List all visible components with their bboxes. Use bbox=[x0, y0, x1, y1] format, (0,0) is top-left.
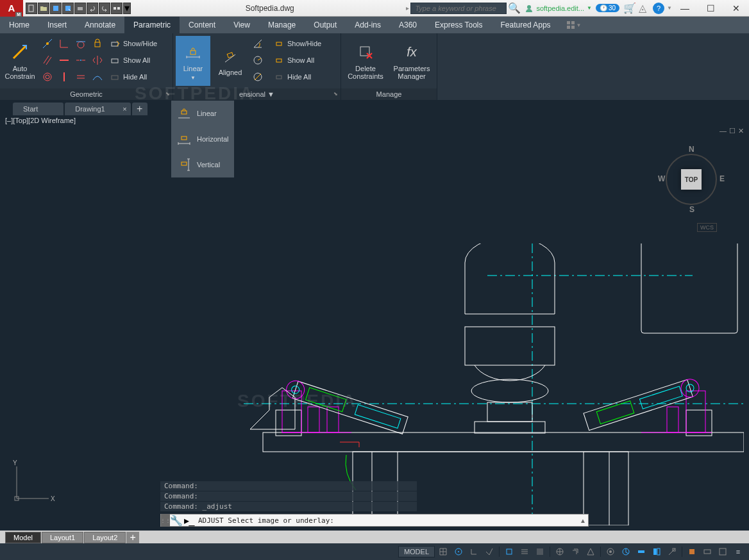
qat-undo-icon[interactable] bbox=[87, 3, 98, 14]
minimize-button[interactable]: — bbox=[672, 0, 698, 17]
viewport-label[interactable]: [–][Top][2D Wireframe] bbox=[0, 115, 749, 126]
viewport-minimize-icon[interactable]: — bbox=[720, 127, 727, 135]
units-icon[interactable] bbox=[634, 545, 648, 558]
viewcube-west[interactable]: W bbox=[658, 174, 665, 183]
dim-angular-icon[interactable] bbox=[250, 36, 265, 51]
isolate-icon[interactable] bbox=[685, 545, 699, 558]
tab-output[interactable]: Output bbox=[305, 17, 346, 33]
tab-layout1[interactable]: Layout1 bbox=[42, 532, 83, 543]
geo-show-hide-button[interactable]: Show/Hide bbox=[108, 36, 160, 51]
sc-icon[interactable] bbox=[553, 545, 567, 558]
viewport-maximize-icon[interactable]: ☐ bbox=[729, 127, 736, 135]
qat-redo-icon[interactable] bbox=[99, 3, 110, 14]
qat-plot-icon[interactable] bbox=[74, 3, 86, 14]
qat-new-icon[interactable] bbox=[26, 3, 37, 14]
viewcube[interactable]: TOP N S E W bbox=[653, 141, 730, 218]
drawing-canvas[interactable]: [–][Top][2D Wireframe] — ☐ ✕ TOP N S E W… bbox=[0, 115, 749, 531]
coincident-icon[interactable] bbox=[40, 36, 55, 51]
exchange-icon[interactable]: 🛒 bbox=[623, 2, 636, 14]
search-input[interactable] bbox=[410, 3, 507, 14]
lineweight-icon[interactable] bbox=[518, 545, 532, 558]
ucs-icon[interactable]: X Y bbox=[10, 460, 55, 505]
annomonitor-icon[interactable] bbox=[619, 545, 633, 558]
linear-button[interactable]: Linear▼ bbox=[176, 36, 210, 86]
tab-view[interactable]: View bbox=[224, 17, 259, 33]
tab-apps-icon[interactable]: ▼ bbox=[560, 17, 588, 33]
help-button[interactable]: ? bbox=[653, 3, 664, 14]
wcs-label[interactable]: WCS bbox=[697, 223, 717, 232]
perpendicular-icon[interactable] bbox=[56, 36, 72, 51]
colinear-icon[interactable] bbox=[73, 53, 88, 68]
tab-home[interactable]: Home bbox=[0, 17, 38, 33]
dropdown-horizontal[interactable]: Horizontal bbox=[171, 126, 234, 152]
a360-icon[interactable]: ◬ bbox=[639, 2, 646, 14]
viewport-close-icon[interactable]: ✕ bbox=[738, 127, 744, 135]
add-tab-button[interactable]: + bbox=[132, 103, 147, 115]
auto-constrain-button[interactable]: Auto Constrain bbox=[3, 36, 37, 86]
geo-show-all-button[interactable]: Show All bbox=[108, 53, 160, 68]
equal-icon[interactable] bbox=[73, 69, 88, 85]
tab-model[interactable]: Model bbox=[5, 532, 41, 543]
dim-show-all-button[interactable]: Show All bbox=[272, 53, 324, 68]
qat-dropdown-icon[interactable]: ▾ bbox=[123, 3, 131, 14]
osnap-icon[interactable] bbox=[502, 545, 516, 558]
qat-save-icon[interactable] bbox=[50, 3, 62, 14]
horizontal-icon[interactable] bbox=[56, 53, 72, 68]
dropdown-vertical[interactable]: Vertical bbox=[171, 152, 234, 177]
fix-icon[interactable] bbox=[90, 36, 105, 51]
concentric-icon[interactable] bbox=[40, 69, 55, 85]
lockui-icon[interactable] bbox=[665, 545, 679, 558]
close-tab-icon[interactable]: × bbox=[122, 105, 126, 113]
tab-insert[interactable]: Insert bbox=[38, 17, 76, 33]
cleanscreen-icon[interactable] bbox=[716, 545, 730, 558]
viewcube-face[interactable]: TOP bbox=[681, 169, 702, 190]
ortho-icon[interactable] bbox=[467, 545, 481, 558]
tab-parametric[interactable]: Parametric bbox=[124, 17, 180, 33]
hardware-icon[interactable] bbox=[700, 545, 714, 558]
filetab-drawing1[interactable]: Drawing1× bbox=[65, 103, 130, 115]
parallel-icon[interactable] bbox=[40, 53, 55, 68]
parameters-manager-button[interactable]: fx Parameters Manager bbox=[390, 36, 433, 86]
status-model-toggle[interactable]: MODEL bbox=[398, 546, 435, 557]
aligned-button[interactable]: Aligned bbox=[213, 36, 248, 86]
tab-content[interactable]: Content bbox=[180, 17, 224, 33]
filetab-start[interactable]: Start bbox=[13, 103, 63, 115]
app-logo[interactable]: A bbox=[0, 0, 23, 17]
customize-icon[interactable]: 🔧 bbox=[170, 515, 183, 526]
qat-more-icon[interactable] bbox=[111, 3, 122, 14]
qat-saveas-icon[interactable] bbox=[62, 3, 74, 14]
viewcube-north[interactable]: N bbox=[689, 145, 694, 154]
transparency-icon[interactable] bbox=[533, 545, 547, 558]
tangent-icon[interactable] bbox=[73, 36, 88, 51]
dim-show-hide-button[interactable]: Show/Hide bbox=[272, 36, 324, 51]
tab-a360[interactable]: A360 bbox=[390, 17, 426, 33]
user-area[interactable]: softpedia.edit... ▼ bbox=[521, 4, 596, 13]
tab-featured[interactable]: Featured Apps bbox=[492, 17, 560, 33]
grid-icon[interactable] bbox=[436, 545, 450, 558]
geo-hide-all-button[interactable]: Hide All bbox=[108, 69, 160, 85]
close-button[interactable]: ✕ bbox=[723, 0, 749, 17]
annotation-icon[interactable] bbox=[584, 545, 598, 558]
command-input[interactable]: ADJUST Select image or underlay: bbox=[196, 516, 578, 525]
search-icon[interactable]: 🔍 bbox=[508, 2, 518, 14]
delete-constraints-button[interactable]: Delete Constraints bbox=[344, 36, 387, 86]
cycling-icon[interactable] bbox=[568, 545, 582, 558]
maximize-button[interactable]: ☐ bbox=[698, 0, 723, 17]
panel-title-geometric[interactable]: Geometric⬊ bbox=[0, 88, 173, 100]
dropdown-linear[interactable]: Linear bbox=[171, 101, 234, 126]
symmetric-icon[interactable] bbox=[90, 53, 105, 68]
tab-express[interactable]: Express Tools bbox=[426, 17, 491, 33]
viewcube-east[interactable]: E bbox=[720, 174, 725, 183]
panel-title-dimensional[interactable]: ensional ▼⬊ bbox=[173, 88, 341, 100]
cmd-drag-handle[interactable]: ⋮⋮ bbox=[161, 514, 170, 527]
tab-addins[interactable]: Add-ins bbox=[346, 17, 390, 33]
tab-annotate[interactable]: Annotate bbox=[76, 17, 124, 33]
tab-layout2[interactable]: Layout2 bbox=[84, 532, 126, 543]
smooth-icon[interactable] bbox=[90, 69, 105, 85]
dim-diameter-icon[interactable] bbox=[250, 69, 265, 85]
dim-hide-all-button[interactable]: Hide All bbox=[272, 69, 324, 85]
vertical-icon[interactable] bbox=[56, 69, 72, 85]
workspace-icon[interactable] bbox=[603, 545, 618, 558]
polar-icon[interactable] bbox=[482, 545, 496, 558]
tab-manage[interactable]: Manage bbox=[259, 17, 305, 33]
